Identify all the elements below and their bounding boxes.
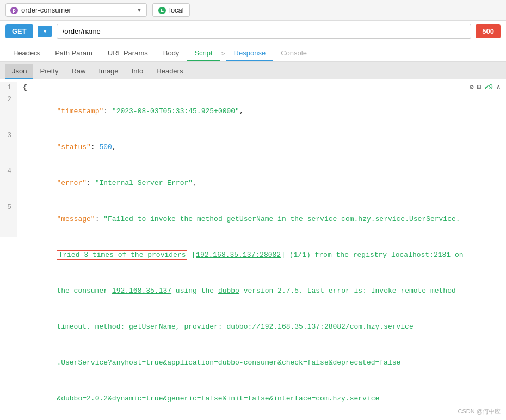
nav-arrow: > bbox=[220, 47, 226, 61]
line-content-cont6: .UserService&methods=getUser,getUserName… bbox=[17, 417, 506, 420]
line-content-cont5: &dubbo=2.0.2&dynamic=true&generic=false&… bbox=[17, 381, 506, 417]
method-dropdown-button[interactable]: ▼ bbox=[38, 26, 52, 37]
line-content-2: "timestamp": "2023-08-03T05:33:45.925+00… bbox=[17, 94, 506, 129]
code-line-5: 5 "message": "Failed to invoke the metho… bbox=[0, 201, 506, 237]
response-tabs: Json Pretty Raw Image Info Headers bbox=[0, 62, 506, 79]
code-line-cont4: 5 .UserService?anyhost=true&application=… bbox=[0, 345, 506, 381]
method-button[interactable]: GET bbox=[5, 24, 33, 38]
toolbar-copy-icon[interactable]: ⊞ bbox=[477, 83, 482, 91]
code-line-4: 4 "error": "Internal Server Error", bbox=[0, 165, 506, 201]
line-num-5: 5 bbox=[0, 201, 17, 237]
status-badge: 500 bbox=[476, 24, 501, 38]
service-dropdown-arrow: ▼ bbox=[137, 7, 142, 13]
service-name: order-consumer bbox=[21, 6, 133, 14]
resp-tab-headers[interactable]: Headers bbox=[150, 64, 189, 79]
tried-highlight: Tried 3 times of the providers bbox=[57, 250, 187, 260]
tab-console[interactable]: Console bbox=[273, 46, 314, 61]
val-error: "Internal Server Error" bbox=[95, 179, 193, 187]
tab-body[interactable]: Body bbox=[156, 46, 187, 61]
resp-tab-json[interactable]: Json bbox=[5, 64, 33, 79]
val-status: 500 bbox=[99, 143, 112, 151]
code-line-2: 2 "timestamp": "2023-08-03T05:33:45.925+… bbox=[0, 94, 506, 129]
val-timestamp: "2023-08-03T05:33:45.925+0000" bbox=[112, 107, 239, 115]
toolbar-check-count: ✔9 bbox=[485, 83, 493, 91]
line-num-3: 3 bbox=[0, 129, 17, 165]
nav-tabs: Headers Path Param URL Params Body Scrip… bbox=[0, 42, 506, 62]
tab-script[interactable]: Script bbox=[187, 46, 220, 61]
resp-tab-image[interactable]: Image bbox=[92, 64, 125, 79]
line-content-1: { bbox=[17, 82, 506, 94]
line-content-cont1: Tried 3 times of the providers [192.168.… bbox=[17, 237, 506, 273]
line-content-5: "message": "Failed to invoke the method … bbox=[17, 201, 506, 237]
line-content-cont2: the consumer 192.168.35.137 using the du… bbox=[17, 273, 506, 309]
resp-tab-info[interactable]: Info bbox=[125, 64, 150, 79]
service-dot: p bbox=[10, 7, 18, 14]
code-toolbar: ⚙ ⊞ ✔9 ∧ bbox=[470, 83, 501, 91]
resp-tab-raw[interactable]: Raw bbox=[65, 64, 92, 79]
code-line-cont1: 5 Tried 3 times of the providers [192.16… bbox=[0, 237, 506, 273]
tab-url-params[interactable]: URL Params bbox=[100, 46, 156, 61]
tab-response[interactable]: Response bbox=[226, 46, 274, 61]
line-content-cont4: .UserService?anyhost=true&application=du… bbox=[17, 345, 506, 381]
ip-address-2: 192.168.35.137 bbox=[112, 287, 171, 295]
code-line-cont6: 5 .UserService&methods=getUser,getUserNa… bbox=[0, 417, 506, 420]
watermark: CSDN @何中应 bbox=[458, 407, 501, 416]
url-bar: GET ▼ 500 bbox=[0, 21, 506, 42]
line-content-cont3: timeout. method: getUserName, provider: … bbox=[17, 309, 506, 345]
code-line-cont5: 5 &dubbo=2.0.2&dynamic=true&generic=fals… bbox=[0, 381, 506, 417]
toolbar-settings-icon[interactable]: ⚙ bbox=[470, 83, 474, 91]
code-view: ⚙ ⊞ ✔9 ∧ 1 { 2 "timestamp": "2023-08-03T… bbox=[0, 79, 506, 420]
top-bar: p order-consumer ▼ E local bbox=[0, 0, 506, 21]
env-badge[interactable]: E local bbox=[152, 3, 190, 17]
line-num-1: 1 bbox=[0, 82, 17, 94]
env-dot: E bbox=[158, 7, 166, 14]
line-num-2: 2 bbox=[0, 94, 17, 129]
env-name: local bbox=[169, 6, 184, 14]
key-status: "status" bbox=[48, 143, 91, 151]
key-message: "message" bbox=[48, 215, 95, 223]
resp-tab-pretty[interactable]: Pretty bbox=[33, 64, 65, 79]
ip-address-1: 192.168.35.137:28082 bbox=[196, 251, 281, 259]
toolbar-collapse-icon[interactable]: ∧ bbox=[496, 83, 501, 91]
line-content-4: "error": "Internal Server Error", bbox=[17, 165, 506, 201]
key-error: "error" bbox=[48, 179, 87, 187]
val-message-start: "Failed to invoke the method getUserName… bbox=[103, 215, 460, 223]
dubbo-underline: dubbo bbox=[218, 287, 239, 295]
tab-path-param[interactable]: Path Param bbox=[47, 46, 100, 61]
code-line-3: 3 "status": 500, bbox=[0, 129, 506, 165]
tab-headers[interactable]: Headers bbox=[5, 46, 47, 61]
code-line-1: 1 { bbox=[0, 82, 506, 94]
key-timestamp: "timestamp" bbox=[48, 107, 103, 115]
line-content-3: "status": 500, bbox=[17, 129, 506, 165]
code-line-cont3: 5 timeout. method: getUserName, provider… bbox=[0, 309, 506, 345]
line-num-4: 4 bbox=[0, 165, 17, 201]
url-input[interactable] bbox=[57, 24, 472, 39]
code-line-cont2: 5 the consumer 192.168.35.137 using the … bbox=[0, 273, 506, 309]
service-selector[interactable]: p order-consumer ▼ bbox=[5, 3, 147, 17]
